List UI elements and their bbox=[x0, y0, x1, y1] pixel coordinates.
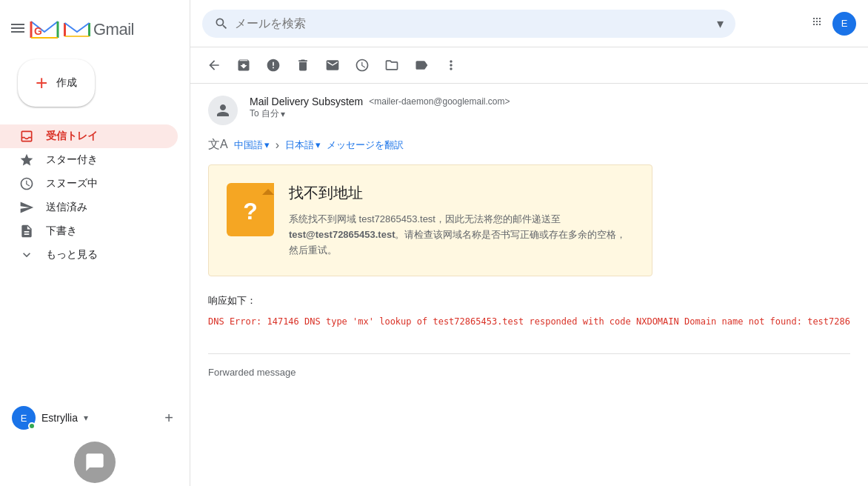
grid-icon[interactable] bbox=[809, 13, 827, 33]
compose-label: 作成 bbox=[56, 76, 77, 90]
response-section: 响应如下： DNS Error: 147146 DNS type 'mx' lo… bbox=[208, 294, 850, 330]
send-icon bbox=[19, 200, 34, 215]
to-label: To 自分 bbox=[250, 107, 279, 120]
sidebar-item-inbox[interactable]: 受信トレイ bbox=[0, 124, 178, 148]
chevron-right-icon: › bbox=[276, 139, 279, 152]
snoozed-label: スヌーズ中 bbox=[46, 177, 166, 190]
from-lang-label: 中国語 bbox=[234, 139, 263, 152]
chat-avatar bbox=[74, 442, 116, 483]
sender-name: Mail Delivery Subsystem bbox=[250, 96, 363, 107]
draft-icon bbox=[19, 224, 34, 239]
snooze-button[interactable] bbox=[350, 53, 374, 77]
inbox-icon bbox=[19, 129, 34, 144]
response-label: 响应如下： bbox=[208, 294, 850, 307]
gmail-wordmark: Gmail bbox=[93, 20, 134, 39]
move-button[interactable] bbox=[380, 53, 404, 77]
add-account-button[interactable]: + bbox=[160, 409, 178, 427]
clock-icon bbox=[19, 176, 34, 191]
fold-cover bbox=[262, 183, 274, 195]
delete-button[interactable] bbox=[291, 53, 315, 77]
star-icon bbox=[19, 153, 34, 167]
error-body-bold: test@test72865453.test bbox=[289, 229, 395, 240]
label-button[interactable] bbox=[410, 53, 433, 77]
search-dropdown-icon[interactable]: ▾ bbox=[717, 16, 724, 32]
email-button[interactable] bbox=[321, 53, 344, 77]
to-arrow-icon: ▾ bbox=[281, 109, 285, 119]
email-toolbar bbox=[190, 47, 868, 84]
account-name: Estryllia bbox=[41, 412, 78, 424]
translation-bar: 文A 中国語 ▾ › 日本語 ▾ メッセージを翻訳 bbox=[208, 137, 850, 153]
more-options-button[interactable] bbox=[439, 53, 463, 77]
question-mark-icon: ? bbox=[243, 198, 258, 225]
sidebar-item-sent[interactable]: 送信済み bbox=[0, 196, 178, 219]
forwarded-section: Forwarded message bbox=[208, 353, 850, 378]
drafts-label: 下書き bbox=[46, 224, 166, 238]
translate-icon: 文A bbox=[208, 137, 228, 153]
sidebar-header: G Gmail bbox=[0, 6, 190, 53]
error-icon-box: ? bbox=[227, 183, 274, 236]
to-language-button[interactable]: 日本語 ▾ bbox=[285, 139, 321, 152]
sidebar-nav: 受信トレイ スター付き スヌーズ中 bbox=[0, 124, 190, 267]
error-body: 系统找不到网域 test72865453.test，因此无法将您的邮件递送至 t… bbox=[289, 212, 634, 258]
compose-plus-icon: + bbox=[36, 71, 47, 95]
hamburger-icon[interactable] bbox=[9, 19, 27, 41]
profile-button[interactable]: E bbox=[832, 12, 856, 36]
online-indicator bbox=[28, 422, 36, 430]
sender-to[interactable]: To 自分 ▾ bbox=[250, 107, 850, 120]
sent-label: 送信済み bbox=[46, 201, 166, 214]
sender-email: <mailer-daemon@googlemail.com> bbox=[369, 96, 510, 107]
sender-avatar bbox=[208, 96, 238, 125]
chat-avatar-area bbox=[0, 436, 190, 486]
sidebar-item-snoozed[interactable]: スヌーズ中 bbox=[0, 172, 178, 196]
error-text-content: 找不到地址 系统找不到网域 test72865453.test，因此无法将您的邮… bbox=[289, 183, 634, 258]
main-content: ▾ E bbox=[190, 0, 868, 486]
sidebar-item-drafts[interactable]: 下書き bbox=[0, 219, 178, 243]
translate-link[interactable]: メッセージを翻訳 bbox=[327, 139, 404, 152]
search-bar: ▾ bbox=[202, 10, 735, 38]
svg-text:G: G bbox=[34, 25, 42, 37]
gmail-logo: G Gmail bbox=[30, 19, 134, 41]
sidebar-item-more[interactable]: もっと見る bbox=[0, 243, 178, 267]
error-title: 找不到地址 bbox=[289, 183, 634, 203]
sender-name-row: Mail Delivery Subsystem <mailer-daemon@g… bbox=[250, 96, 850, 107]
back-button[interactable] bbox=[202, 53, 226, 77]
gmail-text-logo: Gmail bbox=[62, 19, 134, 41]
forwarded-label: Forwarded message bbox=[208, 367, 296, 378]
inbox-label: 受信トレイ bbox=[46, 130, 166, 143]
dns-error-text: DNS Error: 147146 DNS type 'mx' lookup o… bbox=[208, 313, 850, 330]
top-bar: ▾ E bbox=[190, 0, 868, 47]
sender-row: Mail Delivery Subsystem <mailer-daemon@g… bbox=[208, 96, 850, 125]
error-body-line1: 系统找不到网域 test72865453.test，因此无法将您的邮件递送至 bbox=[289, 213, 561, 224]
more-label: もっと見る bbox=[46, 248, 166, 262]
archive-button[interactable] bbox=[232, 53, 256, 77]
compose-button[interactable]: + 作成 bbox=[18, 59, 95, 107]
sidebar-item-starred[interactable]: スター付き bbox=[0, 148, 178, 172]
account-row[interactable]: E Estryllia ▾ + bbox=[0, 400, 190, 436]
error-icon-wrapper: ? bbox=[227, 183, 274, 258]
from-language-button[interactable]: 中国語 ▾ bbox=[234, 139, 270, 152]
account-dropdown-icon: ▾ bbox=[84, 413, 88, 423]
from-lang-arrow-icon: ▾ bbox=[264, 139, 270, 150]
sidebar: G Gmail + 作成 bbox=[0, 0, 190, 486]
starred-label: スター付き bbox=[46, 153, 166, 167]
to-lang-label: 日本語 bbox=[285, 139, 314, 152]
error-card: ? 找不到地址 系统找不到网域 test72865453.test，因此无法将您… bbox=[208, 164, 652, 276]
search-input[interactable] bbox=[235, 17, 711, 30]
sender-info: Mail Delivery Subsystem <mailer-daemon@g… bbox=[250, 96, 850, 120]
spam-button[interactable] bbox=[261, 53, 285, 77]
chevron-down-icon bbox=[19, 247, 34, 262]
email-body: Mail Delivery Subsystem <mailer-daemon@g… bbox=[190, 84, 868, 486]
to-lang-arrow-icon: ▾ bbox=[316, 139, 321, 150]
header-actions: E bbox=[809, 12, 856, 36]
account-avatar: E bbox=[12, 406, 36, 430]
search-icon bbox=[214, 16, 229, 31]
